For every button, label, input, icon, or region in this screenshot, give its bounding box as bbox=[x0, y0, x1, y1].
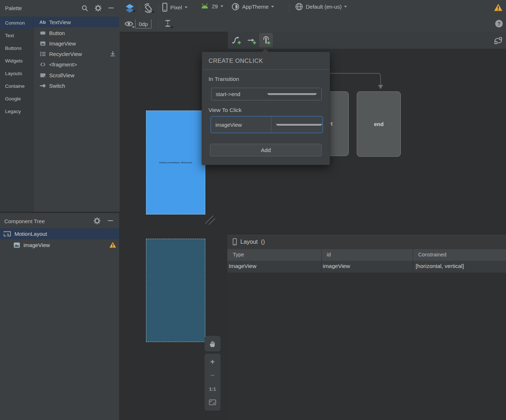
palette-item-imageview[interactable]: ImageView bbox=[34, 38, 120, 49]
popup-title-bar: CREATE ONCLICK bbox=[202, 52, 330, 70]
textview-icon: Ab bbox=[39, 19, 46, 25]
resize-handle[interactable] bbox=[203, 213, 218, 226]
view-options-selector[interactable] bbox=[124, 20, 137, 28]
component-tree-title: Component Tree bbox=[4, 218, 45, 224]
palette-category-google[interactable]: Google bbox=[0, 92, 33, 105]
palette-category-common[interactable]: Common bbox=[0, 17, 33, 29]
palette-category-layouts[interactable]: Layouts bbox=[0, 67, 33, 80]
theme-selector[interactable]: AppTheme bbox=[231, 3, 274, 11]
zoom-controls: + − 1:1 bbox=[205, 354, 220, 411]
palette-header: Palette bbox=[0, 0, 119, 17]
in-transition-dropdown[interactable]: start->end bbox=[211, 88, 322, 100]
imageview-icon bbox=[39, 40, 46, 47]
component-tree-header: Component Tree bbox=[0, 213, 119, 229]
palette-category-containers[interactable]: Containe bbox=[0, 80, 33, 92]
default-margin-control[interactable]: 0dp bbox=[135, 20, 151, 29]
orientation-selector[interactable] bbox=[143, 3, 157, 14]
palette-settings-gear-icon[interactable] bbox=[94, 4, 102, 12]
zoom-out-button[interactable]: − bbox=[205, 369, 220, 382]
in-transition-label: In Transition bbox=[209, 76, 239, 82]
tree-item-imageview[interactable]: imageView bbox=[0, 239, 119, 251]
palette-category-legacy[interactable]: Legacy bbox=[0, 105, 33, 118]
svg-text:?: ? bbox=[7, 233, 9, 237]
palette-item-switch[interactable]: Switch bbox=[34, 80, 120, 91]
palette-item-textview[interactable]: Ab TextView bbox=[34, 17, 120, 27]
left-panel: Palette Common Text Buttons Widgets Layo… bbox=[0, 0, 120, 420]
component-tree-minimize-icon[interactable] bbox=[106, 216, 115, 225]
palette-category-text[interactable]: Text bbox=[0, 29, 33, 42]
layout-panel-header: Layout () bbox=[227, 234, 506, 249]
recyclerview-icon bbox=[39, 51, 46, 57]
margin-value: 0dp bbox=[139, 21, 148, 27]
chevron-down-icon bbox=[267, 93, 317, 95]
palette-category-widgets[interactable]: Widgets bbox=[0, 55, 33, 67]
theme-label: AppTheme bbox=[242, 4, 269, 10]
theme-icon bbox=[231, 3, 240, 11]
zoom-to-fit-button[interactable] bbox=[205, 396, 220, 409]
api-selector[interactable]: 29 bbox=[200, 3, 223, 10]
download-icon[interactable] bbox=[110, 51, 116, 57]
motionlayout-class-label: androidx.constraintlayout...MotionLayout bbox=[151, 161, 201, 163]
warning-icon bbox=[109, 242, 116, 248]
help-icon[interactable]: ? bbox=[495, 20, 503, 27]
fit-screen-icon bbox=[209, 399, 216, 405]
state-box-end[interactable]: end bbox=[357, 91, 401, 157]
palette-item-recyclerview[interactable]: RecyclerView bbox=[34, 48, 120, 59]
column-constrained: Constrained bbox=[418, 252, 446, 257]
layout-table-header: Type id Constrained bbox=[227, 249, 506, 261]
palette-title: Palette bbox=[5, 5, 22, 11]
cell-type: ImageView bbox=[229, 263, 256, 269]
column-type: Type bbox=[233, 252, 244, 257]
palette-item-scrollview[interactable]: ScrollView bbox=[34, 70, 120, 81]
tree-item-motionlayout[interactable]: ? MotionLayout bbox=[0, 228, 119, 239]
device-label: Pixel bbox=[170, 4, 182, 10]
palette-minimize-icon[interactable] bbox=[107, 4, 115, 12]
add-keyframe-button[interactable] bbox=[246, 35, 257, 46]
table-row[interactable]: ImageView imageView [horizontal, vertica… bbox=[227, 261, 506, 273]
fragment-icon bbox=[39, 61, 46, 68]
palette-categories: Common Text Buttons Widgets Layouts Cont… bbox=[0, 16, 33, 212]
dropdown-arrow-zone[interactable] bbox=[271, 117, 323, 133]
add-transition-button[interactable] bbox=[231, 35, 242, 46]
view-to-click-label: View To Click bbox=[209, 107, 242, 113]
main-toolbar: Pixel 29 AppTheme Default (en-us) bbox=[119, 0, 506, 17]
android-studio-motion-editor: Palette Common Text Buttons Widgets Layo… bbox=[0, 0, 506, 420]
create-onclick-popup: CREATE ONCLICK In Transition start->end … bbox=[202, 52, 330, 165]
palette-item-list: Ab TextView Button ImageView RecyclerVie… bbox=[33, 16, 120, 212]
layout-attributes-panel: Layout () Type id Constrained ImageView … bbox=[227, 234, 506, 420]
locale-selector[interactable]: Default (en-us) bbox=[295, 3, 347, 11]
motionlayout-icon: ? bbox=[3, 230, 11, 237]
layout-panel-paren: () bbox=[261, 239, 265, 245]
design-surface-selector[interactable] bbox=[124, 3, 138, 13]
phone-icon bbox=[162, 3, 168, 12]
guideline-selector[interactable] bbox=[163, 19, 175, 29]
add-click-handler-button[interactable] bbox=[259, 33, 273, 47]
android-icon bbox=[200, 3, 209, 10]
layout-panel-title: Layout bbox=[240, 239, 258, 245]
palette-search-icon[interactable] bbox=[80, 4, 89, 12]
palette-item-button[interactable]: Button bbox=[34, 27, 120, 38]
cycle-states-button[interactable] bbox=[493, 35, 503, 46]
button-icon bbox=[39, 30, 46, 36]
component-tree-gear-icon[interactable] bbox=[93, 216, 101, 225]
device-selector[interactable]: Pixel bbox=[162, 3, 188, 12]
design-preview[interactable]: androidx.constraintlayout...MotionLayout bbox=[146, 111, 205, 215]
view-to-click-dropdown[interactable]: imageView bbox=[210, 116, 323, 133]
api-level-label: 29 bbox=[212, 3, 218, 9]
palette-category-buttons[interactable]: Buttons bbox=[0, 42, 33, 55]
motion-editor-toolbar bbox=[227, 32, 506, 49]
hand-icon bbox=[208, 339, 217, 348]
pan-button[interactable] bbox=[205, 336, 220, 351]
cell-constrained: [horizontal, vertical] bbox=[416, 263, 464, 269]
globe-icon bbox=[295, 3, 303, 11]
blueprint-preview[interactable] bbox=[146, 239, 205, 342]
column-id: id bbox=[327, 252, 331, 257]
design-options-toolbar: 0dp ? bbox=[119, 16, 506, 32]
zoom-actual-size-button[interactable]: 1:1 bbox=[205, 382, 220, 395]
scrollview-icon bbox=[39, 72, 46, 78]
palette-item-fragment[interactable]: <fragment> bbox=[34, 59, 120, 70]
zoom-in-button[interactable]: + bbox=[205, 355, 220, 368]
toolbar-warning-icon[interactable] bbox=[494, 3, 503, 12]
chevron-down-icon bbox=[276, 124, 323, 126]
add-button[interactable]: Add bbox=[210, 144, 322, 156]
